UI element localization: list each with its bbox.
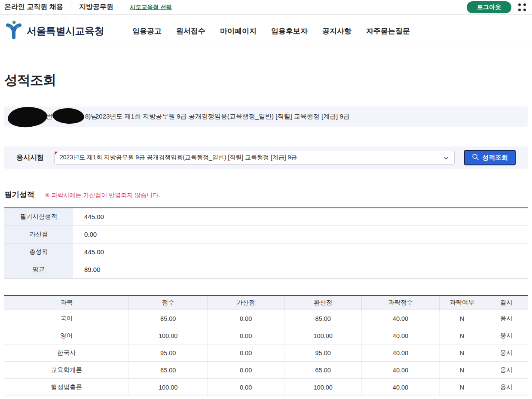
cell: 교육학개론 — [4, 362, 129, 379]
logout-button[interactable]: 로그아웃 — [467, 1, 511, 13]
cell: 40.00 — [362, 327, 439, 344]
col-header-subject: 과목 — [4, 295, 129, 310]
cell: 응시 — [485, 362, 528, 379]
seoul-education-logo-icon — [4, 20, 23, 43]
divider — [71, 4, 71, 11]
cell: N — [439, 344, 485, 362]
cell: 100.00 — [284, 327, 362, 344]
cell: 응시 — [485, 327, 528, 344]
col-header-score: 점수 — [129, 295, 208, 310]
utility-bar: 온라인 교직원 채용 지방공무원 시도교육청 선택 로그아웃 — [0, 0, 532, 15]
cell: 한국사 — [4, 344, 129, 362]
cell: 0.00 — [208, 362, 284, 379]
score-search-button[interactable]: 성적조회 — [464, 150, 516, 165]
chevron-down-icon — [443, 155, 449, 162]
cell: N — [439, 310, 485, 327]
link-local-civil-servant[interactable]: 지방공무원 — [79, 3, 113, 12]
written-score-section-header: 필기성적 ※ 과락시에는 가산점이 반영되지 않습니다. — [4, 189, 528, 200]
table-row: 한국사 95.00 0.00 95.00 40.00 N 응시 — [4, 344, 528, 362]
table-row: 교육학개론 65.00 0.00 65.00 40.00 N 응시 — [4, 362, 528, 379]
cell: 95.00 — [129, 344, 208, 362]
col-header-converted: 환산점 — [284, 295, 362, 310]
cell: N — [439, 379, 485, 396]
cell: 국어 — [4, 310, 129, 327]
utility-links: 온라인 교직원 채용 지방공무원 시도교육청 선택 — [4, 3, 172, 12]
score-summary-table: 필기시험성적 445.00 가산점 0.00 총성적 445.00 평균 89.… — [4, 207, 528, 279]
org-name: 서울특별시교육청 — [27, 24, 104, 38]
cell: 95.00 — [284, 344, 362, 362]
table-row: 총성적 445.00 — [4, 243, 528, 261]
cell: 65.00 — [129, 362, 208, 379]
cell: 100.00 — [284, 379, 362, 396]
table-row: 국어 85.00 0.00 85.00 40.00 N 응시 — [4, 310, 528, 327]
written-score-title: 필기성적 — [4, 189, 34, 200]
summary-label: 필기시험성적 — [4, 208, 73, 225]
table-row: 가산점 0.00 — [4, 225, 528, 243]
summary-value: 445.00 — [73, 208, 528, 225]
score-search-button-label: 성적조회 — [482, 154, 508, 162]
cell: N — [439, 362, 485, 379]
cell: 85.00 — [284, 310, 362, 327]
redaction-blob — [7, 106, 48, 128]
col-header-absence: 결시 — [485, 295, 528, 310]
exam-search-row: 응시시험 2023년도 제1회 지방공무원 9급 공개경쟁임용(교육행정_일반)… — [4, 146, 528, 169]
page-title: 성적조회 — [4, 71, 528, 89]
summary-label: 가산점 — [4, 225, 73, 243]
summary-label: 총성적 — [4, 243, 73, 261]
cell: 응시 — [485, 344, 528, 362]
required-marker-icon — [55, 152, 58, 155]
nav-application[interactable]: 원서접수 — [176, 26, 205, 36]
table-row: 영어 100.00 0.00 100.00 40.00 N 응시 — [4, 327, 528, 344]
cell: 0.00 — [208, 344, 284, 362]
brand-logo[interactable]: 서울특별시교육청 — [4, 20, 104, 43]
cell: 40.00 — [362, 310, 439, 327]
table-row: 행정법총론 100.00 0.00 100.00 40.00 N 응시 — [4, 379, 528, 396]
cell: 0.00 — [208, 379, 284, 396]
nav-my-page[interactable]: 마이페이지 — [220, 26, 257, 36]
nav-faq[interactable]: 자주묻는질문 — [366, 26, 410, 36]
cell: 40.00 — [362, 362, 439, 379]
col-header-fail-flag: 과락여부 — [439, 295, 485, 310]
summary-value: 0.00 — [73, 225, 528, 243]
exam-select-label: 응시시험 — [16, 153, 54, 162]
cell: 100.00 — [129, 327, 208, 344]
cell: 영어 — [4, 327, 129, 344]
nav-candidates[interactable]: 임용후보자 — [271, 26, 308, 36]
cell: 0.00 — [208, 327, 284, 344]
nav-job-postings[interactable]: 임용공고 — [132, 26, 162, 36]
exam-select-value: 2023년도 제1회 지방공무원 9급 공개경쟁임용(교육행정_일반) [직렬]… — [60, 154, 297, 161]
search-icon — [472, 153, 479, 162]
subject-score-table: 과목 점수 가산점 환산점 과락점수 과락여부 결시 국어 85.00 0.00… — [4, 295, 528, 396]
cell: N — [439, 327, 485, 344]
col-header-bonus: 가산점 — [208, 295, 284, 310]
redaction-blob — [52, 108, 84, 125]
cell: 100.00 — [129, 379, 208, 396]
utility-actions: 로그아웃 — [467, 1, 526, 13]
table-row: 필기시험성적 445.00 — [4, 208, 528, 225]
cell: 0.00 — [208, 310, 284, 327]
applicant-info-bar: 번 8)님. 2023년도 제1회 지방공무원 9급 공개경쟁임용(교육행정_일… — [4, 107, 528, 127]
site-header: 서울특별시교육청 임용공고 원서접수 마이페이지 임용후보자 공지사항 자주묻는… — [0, 15, 532, 48]
cell: 85.00 — [129, 310, 208, 327]
link-select-education-office[interactable]: 시도교육청 선택 — [130, 3, 172, 11]
nav-notices[interactable]: 공지사항 — [322, 26, 352, 36]
exam-select[interactable]: 2023년도 제1회 지방공무원 9급 공개경쟁임용(교육행정_일반) [직렬]… — [54, 151, 455, 164]
cell: 응시 — [485, 310, 528, 327]
main-nav: 임용공고 원서접수 마이페이지 임용후보자 공지사항 자주묻는질문 — [132, 26, 410, 36]
written-score-note: ※ 과락시에는 가산점이 반영되지 않습니다. — [45, 192, 160, 199]
summary-value: 445.00 — [73, 243, 528, 261]
cell: 응시 — [485, 379, 528, 396]
current-exam-title: 2023년도 제1회 지방공무원 9급 공개경쟁임용(교육행정_일반) [직렬]… — [95, 113, 350, 121]
table-header-row: 과목 점수 가산점 환산점 과락점수 과락여부 결시 — [4, 295, 528, 310]
col-header-fail-score: 과락점수 — [362, 295, 439, 310]
link-online-staff-recruit[interactable]: 온라인 교직원 채용 — [4, 3, 63, 12]
cell: 65.00 — [284, 362, 362, 379]
table-row: 평균 89.00 — [4, 261, 528, 278]
summary-label: 평균 — [4, 261, 73, 278]
main-content: 성적조회 번 8)님. 2023년도 제1회 지방공무원 9급 공개경쟁임용(교… — [0, 71, 532, 396]
cell: 40.00 — [362, 379, 439, 396]
apps-grid-icon[interactable] — [518, 3, 526, 11]
cell: 40.00 — [362, 344, 439, 362]
summary-value: 89.00 — [73, 261, 528, 278]
cell: 행정법총론 — [4, 379, 129, 396]
